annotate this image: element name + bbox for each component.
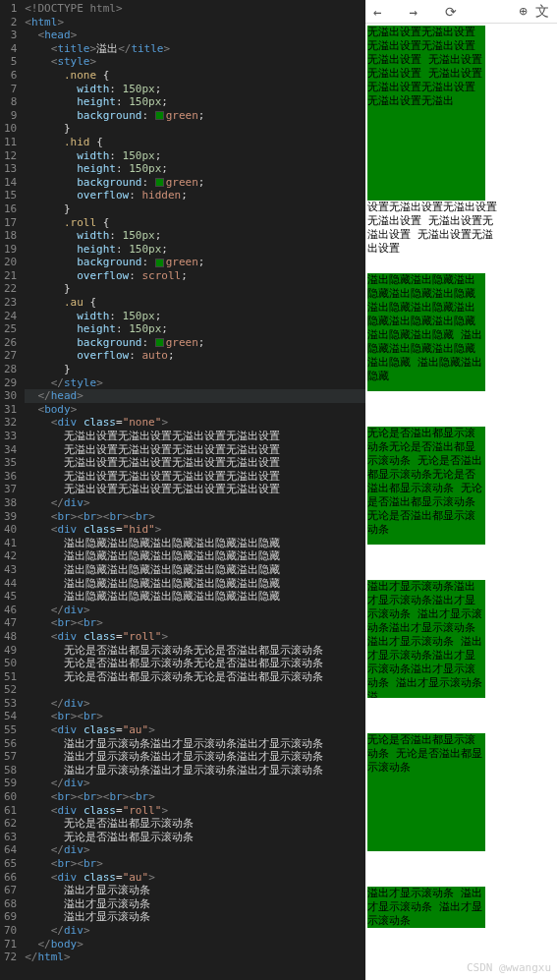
code-line[interactable]: </html> (25, 951, 365, 964)
code-line[interactable]: 溢出隐藏溢出隐藏溢出隐藏溢出隐藏溢出隐藏 (25, 590, 365, 604)
code-line[interactable]: <head> (25, 29, 365, 42)
code-line[interactable]: <title>溢出</title> (25, 42, 365, 56)
forward-icon[interactable]: → (409, 4, 417, 20)
code-line[interactable]: overflow: auto; (25, 349, 365, 363)
code-line[interactable]: </div> (25, 604, 365, 617)
code-line[interactable]: 溢出隐藏溢出隐藏溢出隐藏溢出隐藏溢出隐藏 (25, 577, 365, 591)
code-line[interactable]: <br><br> (25, 710, 365, 723)
code-line[interactable]: <br><br> (25, 857, 365, 871)
back-icon[interactable]: ← (373, 4, 381, 20)
code-line[interactable]: 溢出才显示滚动条溢出才显示滚动条溢出才显示滚动条 (25, 764, 365, 778)
code-line[interactable] (25, 683, 365, 697)
code-line[interactable]: height: 150px; (25, 162, 365, 176)
code-line[interactable]: } (25, 282, 365, 296)
code-line[interactable]: 溢出隐藏溢出隐藏溢出隐藏溢出隐藏溢出隐藏 (25, 549, 365, 563)
code-line[interactable]: .hid { (25, 136, 365, 149)
code-line[interactable]: background: green; (25, 176, 365, 190)
box-auto-1[interactable]: 溢出才显示滚动条溢出才显示滚动条溢出才显示滚动条 溢出才显示滚动条溢出才显示滚动… (367, 580, 485, 698)
code-line[interactable]: 无论是否溢出都显示滚动条无论是否溢出都显示滚动条 (25, 644, 365, 658)
line-number: 3 (4, 29, 17, 42)
code-line[interactable]: </style> (25, 376, 365, 390)
box-scroll-1[interactable]: 无论是否溢出都显示滚动条无论是否溢出都显示滚动条 无论是否溢出都显示滚动条无论是… (367, 427, 485, 545)
line-number: 29 (4, 376, 17, 390)
code-line[interactable]: background: green; (25, 336, 365, 350)
url-icon: ⊕ 文 (519, 3, 549, 21)
code-line[interactable]: <!DOCTYPE html> (25, 2, 365, 16)
code-line[interactable]: 溢出才显示滚动条溢出才显示滚动条溢出才显示滚动条 (25, 750, 365, 764)
line-number: 24 (4, 310, 17, 323)
page-content[interactable]: 无溢出设置无溢出设置 无溢出设置无溢出设置无溢出设置 无溢出设置无溢出设置 无溢… (365, 24, 557, 980)
code-line[interactable]: 溢出隐藏溢出隐藏溢出隐藏溢出隐藏溢出隐藏 (25, 537, 365, 550)
code-line[interactable]: <div class="roll"> (25, 630, 365, 644)
code-line[interactable]: <br><br> (25, 616, 365, 630)
code-line[interactable]: <div class="none"> (25, 416, 365, 430)
code-line[interactable]: </div> (25, 924, 365, 938)
code-line[interactable]: 无溢出设置无溢出设置无溢出设置无溢出设置 (25, 430, 365, 443)
code-line[interactable]: <div class="hid"> (25, 523, 365, 537)
code-line[interactable]: <div class="au"> (25, 871, 365, 885)
line-number: 6 (4, 69, 17, 83)
code-line[interactable]: 溢出才显示滚动条 (25, 910, 365, 924)
code-line[interactable]: } (25, 363, 365, 376)
code-line[interactable]: 无论是否溢出都显示滚动条无论是否溢出都显示滚动条 (25, 670, 365, 684)
line-number: 48 (4, 630, 17, 644)
code-line[interactable]: 无溢出设置无溢出设置无溢出设置无溢出设置 (25, 470, 365, 484)
code-line[interactable]: </div> (25, 496, 365, 510)
line-number: 41 (4, 537, 17, 550)
line-number: 42 (4, 549, 17, 563)
line-number: 53 (4, 697, 17, 711)
code-line[interactable]: width: 150px; (25, 229, 365, 243)
code-line[interactable]: .roll { (25, 216, 365, 230)
code-line[interactable]: 无论是否溢出都显示滚动条 (25, 817, 365, 831)
code-line[interactable]: height: 150px; (25, 95, 365, 109)
code-line[interactable]: 无论是否溢出都显示滚动条 (25, 831, 365, 844)
code-line[interactable]: </div> (25, 697, 365, 711)
code-line[interactable]: 无溢出设置无溢出设置无溢出设置无溢出设置 (25, 483, 365, 496)
code-area[interactable]: <!DOCTYPE html><html> <head> <title>溢出</… (25, 0, 365, 980)
line-number: 10 (4, 122, 17, 136)
code-line[interactable]: 溢出才显示滚动条 (25, 884, 365, 897)
code-line[interactable]: width: 150px; (25, 310, 365, 323)
code-line[interactable]: </div> (25, 843, 365, 857)
code-line[interactable]: <br><br><br><br> (25, 790, 365, 804)
code-line[interactable]: 溢出才显示滚动条 (25, 897, 365, 911)
code-line[interactable]: </div> (25, 777, 365, 790)
line-number: 72 (4, 951, 17, 964)
line-number: 27 (4, 349, 17, 363)
code-line[interactable]: <div class="roll"> (25, 804, 365, 818)
line-number: 46 (4, 604, 17, 617)
line-number: 11 (4, 136, 17, 149)
line-number: 35 (4, 456, 17, 470)
reload-icon[interactable]: ⟳ (445, 4, 457, 20)
code-line[interactable]: background: green; (25, 256, 365, 269)
code-line[interactable]: } (25, 122, 365, 136)
code-line[interactable]: overflow: hidden; (25, 189, 365, 202)
code-line[interactable]: } (25, 202, 365, 216)
code-line[interactable]: 无溢出设置无溢出设置无溢出设置无溢出设置 (25, 443, 365, 457)
code-line[interactable]: <style> (25, 55, 365, 69)
code-line[interactable]: width: 150px; (25, 83, 365, 96)
code-line[interactable]: overflow: scroll; (25, 269, 365, 283)
code-line[interactable]: </head> (25, 389, 365, 403)
code-editor[interactable]: 1234567891011121314151617181920212223242… (0, 0, 365, 980)
code-line[interactable]: 溢出才显示滚动条溢出才显示滚动条溢出才显示滚动条 (25, 737, 365, 751)
code-line[interactable]: height: 150px; (25, 243, 365, 257)
line-number: 62 (4, 817, 17, 831)
line-number: 69 (4, 910, 17, 924)
watermark: CSDN @wwangxu (467, 961, 551, 974)
code-line[interactable]: <html> (25, 16, 365, 29)
box-scroll-2[interactable]: 无论是否溢出都显示滚动条 无论是否溢出都显示滚动条 (367, 733, 485, 851)
code-line[interactable]: 溢出隐藏溢出隐藏溢出隐藏溢出隐藏溢出隐藏 (25, 563, 365, 577)
code-line[interactable]: <div class="au"> (25, 723, 365, 737)
code-line[interactable]: .none { (25, 69, 365, 83)
code-line[interactable]: width: 150px; (25, 149, 365, 163)
code-line[interactable]: background: green; (25, 109, 365, 123)
code-line[interactable]: 无论是否溢出都显示滚动条无论是否溢出都显示滚动条 (25, 657, 365, 670)
code-line[interactable]: height: 150px; (25, 322, 365, 336)
line-number: 19 (4, 243, 17, 257)
code-line[interactable]: <body> (25, 403, 365, 417)
code-line[interactable]: 无溢出设置无溢出设置无溢出设置无溢出设置 (25, 456, 365, 470)
code-line[interactable]: .au { (25, 296, 365, 310)
code-line[interactable]: <br><br><br><br> (25, 510, 365, 524)
code-line[interactable]: </body> (25, 938, 365, 951)
